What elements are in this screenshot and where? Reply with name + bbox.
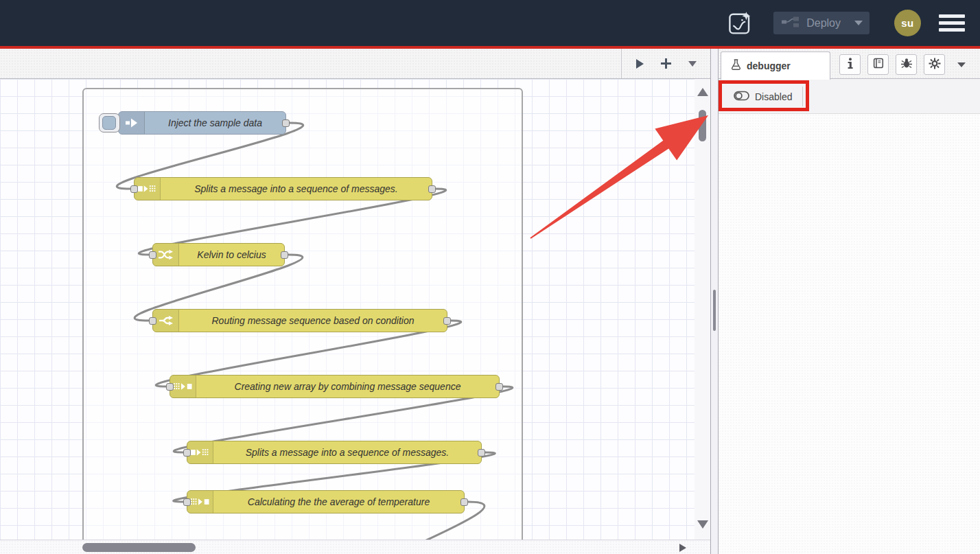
node-output-port[interactable] [495, 383, 503, 391]
node-input-port[interactable] [130, 185, 138, 193]
workspace-tabbar [0, 49, 710, 79]
scroll-down-arrow[interactable] [697, 520, 708, 529]
join-icon [170, 376, 196, 397]
tab-debugger[interactable]: debugger [721, 51, 830, 80]
node-output-port[interactable] [281, 251, 288, 259]
scroll-right-arrow[interactable] [679, 544, 686, 552]
sidebar-tabs-chevron[interactable] [957, 62, 966, 67]
sidebar-splitter[interactable] [710, 49, 719, 554]
flow-node-split[interactable]: Splits a message into a sequence of mess… [134, 177, 432, 200]
main-area: Inject the sample dataSplits a message i… [0, 49, 980, 554]
deploy-options-chevron[interactable] [854, 21, 863, 25]
gear-icon [929, 58, 941, 72]
add-flow-button[interactable] [660, 58, 672, 69]
debug-disabled-label: Disabled [755, 91, 792, 102]
flow-node-switch[interactable]: Routing message sequence based on condit… [152, 309, 447, 332]
node-input-port[interactable] [183, 498, 191, 506]
split-icon [135, 178, 161, 200]
debug-toolbar-separator [802, 86, 803, 106]
vertical-scroll-thumb[interactable] [699, 110, 706, 141]
splitter-grip[interactable] [713, 290, 716, 331]
node-output-port[interactable] [460, 498, 468, 506]
deploy-label: Deploy [806, 17, 841, 30]
join-icon [187, 491, 213, 513]
help-book-button[interactable] [867, 54, 889, 75]
book-icon [872, 58, 884, 71]
node-label: Inject the sample data [145, 112, 285, 134]
menu-icon [939, 14, 965, 18]
flow-node-split[interactable]: Splits a message into a sequence of mess… [187, 441, 482, 464]
flow-node-join[interactable]: Calculating the the average of temperatu… [187, 490, 465, 513]
node-label: Splits a message into a sequence of mess… [213, 441, 481, 463]
split-icon [187, 441, 213, 463]
inject-icon [119, 112, 145, 134]
node-output-port[interactable] [478, 449, 485, 457]
info-button[interactable] [839, 54, 861, 75]
workspace: Inject the sample dataSplits a message i… [0, 49, 710, 554]
node-output-port[interactable] [428, 185, 436, 193]
user-avatar[interactable]: su [894, 10, 921, 36]
sidebar: debugger [719, 49, 980, 554]
node-input-port[interactable] [149, 251, 156, 259]
node-output-port[interactable] [282, 119, 290, 127]
node-input-port[interactable] [149, 317, 156, 325]
flow-list-chevron[interactable] [688, 61, 697, 67]
node-output-port[interactable] [443, 317, 451, 325]
debug-toolbar: Disabled [719, 79, 980, 114]
switch-icon [153, 310, 179, 332]
node-label: Routing message sequence based on condit… [179, 310, 447, 332]
bug-icon [900, 58, 913, 71]
debug-bug-button[interactable] [896, 54, 917, 75]
node-input-port[interactable] [183, 449, 191, 457]
flow-node-join[interactable]: Creating new array by combining message … [170, 375, 500, 398]
flow-node-change[interactable]: Kelvin to celcius [152, 243, 285, 266]
debug-messages-panel [719, 114, 980, 554]
flow-node-inject[interactable]: Inject the sample data [118, 111, 286, 135]
flask-icon [731, 59, 741, 73]
info-icon [848, 58, 853, 72]
deploy-button[interactable]: Deploy [773, 12, 870, 34]
main-menu-button[interactable] [939, 11, 965, 35]
node-label: Creating new array by combining message … [196, 376, 499, 397]
node-label: Splits a message into a sequence of mess… [161, 178, 432, 200]
app-header: Deploy su [0, 0, 980, 46]
node-label: Calculating the the average of temperatu… [213, 491, 464, 513]
settings-button[interactable] [924, 54, 945, 75]
node-label: Kelvin to celcius [179, 244, 284, 266]
flow-canvas[interactable]: Inject the sample dataSplits a message i… [0, 79, 710, 540]
tab-controls [621, 49, 710, 78]
node-input-port[interactable] [166, 383, 174, 391]
horizontal-scrollbar[interactable] [0, 540, 719, 554]
flow-assistant-icon[interactable] [728, 11, 753, 36]
deploy-icon [782, 16, 800, 30]
toggle-off-icon [734, 91, 749, 103]
vertical-scrollbar[interactable] [695, 79, 710, 540]
tab-debugger-label: debugger [747, 60, 791, 71]
change-icon [153, 244, 179, 266]
scroll-tabs-right-button[interactable] [635, 58, 644, 69]
node-red-app: Deploy su [0, 0, 980, 554]
horizontal-scroll-thumb[interactable] [82, 543, 196, 552]
debug-disabled-toggle-button[interactable]: Disabled [728, 86, 797, 107]
scroll-up-arrow[interactable] [697, 88, 708, 96]
inject-trigger-button[interactable] [99, 113, 120, 132]
sidebar-toolbar: debugger [719, 49, 980, 79]
